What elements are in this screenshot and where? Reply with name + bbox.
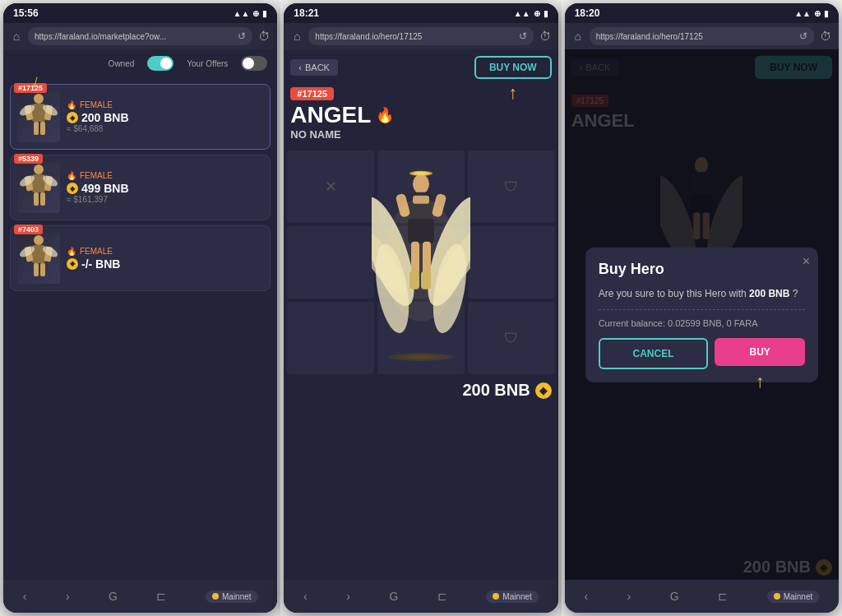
nav-forward-2[interactable]: › <box>346 590 350 603</box>
offers-tab-label: Your Offers <box>187 59 228 68</box>
tabs-row: Owned Your Offers <box>10 56 271 71</box>
browser-back-1[interactable]: ⌂ <box>8 30 25 43</box>
hero-detail-subname: NO NAME <box>290 128 551 141</box>
buy-dialog-overlay: × Buy Hero Are you sure to buy this Hero… <box>565 49 839 580</box>
hero-gender-3: 🔥 FEMALE <box>67 247 263 256</box>
svg-rect-5 <box>40 122 45 135</box>
phone2-content: ‹ BACK BUY NOW ↑ #17125 ANGEL 🔥 <box>284 49 557 580</box>
refresh-icon-2[interactable]: ↺ <box>519 30 527 42</box>
hero-info-3: 🔥 FEMALE ◈ -/- BNB <box>67 247 263 271</box>
dialog-divider <box>599 309 805 310</box>
grid-cell-3: 🛡 <box>468 151 555 223</box>
browser-history-3[interactable]: ⏱ <box>817 30 834 43</box>
hero-price-1: ◈ 200 BNB <box>67 111 263 124</box>
hero-display-area: ✕ 🛡 🛡 <box>284 147 557 377</box>
nav-bookmark-3[interactable]: ⊏ <box>718 590 728 603</box>
back-button-2[interactable]: ‹ BACK <box>290 59 338 76</box>
hero-image-3 <box>17 233 60 284</box>
nav-back-3[interactable]: ‹ <box>584 590 588 603</box>
hero-card-1[interactable]: #17125 <box>10 84 271 150</box>
nav-mainnet-3[interactable]: Mainnet <box>767 591 820 603</box>
hero-price-3: ◈ -/- BNB <box>67 257 263 271</box>
svg-point-0 <box>34 94 44 104</box>
browser-url-2[interactable]: https://faraland.io/hero/17125 ↺ <box>308 27 533 45</box>
dialog-close-button[interactable]: × <box>803 254 810 269</box>
hero-usd-2: ≈ $161,397 <box>67 195 263 204</box>
browser-url-1[interactable]: https://faraland.io/marketplace?ow... ↺ <box>28 27 252 45</box>
toggle-knob-1 <box>160 58 172 69</box>
nav-back-2[interactable]: ‹ <box>303 590 308 603</box>
status-icons-2: ▲▲⊕▮ <box>514 9 548 18</box>
nav-mainnet-1[interactable]: Mainnet <box>206 591 258 603</box>
nav-google-3[interactable]: G <box>670 590 679 603</box>
svg-point-30 <box>413 174 429 194</box>
hero-badge-2: #5339 <box>14 154 43 164</box>
price-bar-2: 200 BNB ◈ <box>284 377 557 403</box>
buy-now-button-2[interactable]: BUY NOW <box>474 56 552 79</box>
svg-point-42 <box>384 198 458 322</box>
refresh-icon-1[interactable]: ↺ <box>238 30 246 42</box>
offers-toggle[interactable] <box>241 56 267 71</box>
bottom-nav-2: ‹ › G ⊏ Mainnet <box>284 580 557 613</box>
grid-cell-1: ✕ <box>287 151 374 223</box>
hero-badge-3: #7403 <box>14 225 43 234</box>
browser-bar-2: ⌂ https://faraland.io/hero/17125 ↺ ⏱ <box>284 23 557 49</box>
refresh-icon-3[interactable]: ↺ <box>799 30 807 42</box>
angel-figure-2 <box>372 161 470 345</box>
nav-google-1[interactable]: G <box>109 590 118 603</box>
hero-usd-1: ≈ $64,688 <box>67 124 263 133</box>
hero-detail-badge: #17125 <box>290 87 334 100</box>
browser-history-1[interactable]: ⏱ <box>256 30 272 43</box>
svg-rect-21 <box>40 263 45 276</box>
nav-bookmark-2[interactable]: ⊏ <box>437 590 447 603</box>
dialog-buttons: CANCEL BUY ↑ <box>599 338 805 369</box>
nav-forward-3[interactable]: › <box>627 590 632 603</box>
owned-tab-label: Owned <box>109 59 135 68</box>
hero-card-2[interactable]: #5339 <box>10 155 271 220</box>
hero-info-2: 🔥 FEMALE ◈ 499 BNB ≈ $161,397 <box>67 171 263 204</box>
browser-back-3[interactable]: ⌂ <box>570 30 586 43</box>
arrow-buy-now: ↑ <box>508 82 517 104</box>
hero-gender-1: 🔥 FEMALE <box>67 100 263 109</box>
toggle-knob-2 <box>243 58 254 69</box>
nav-back-1[interactable]: ‹ <box>23 590 27 603</box>
buy-dialog: × Buy Hero Are you sure to buy this Hero… <box>585 248 818 382</box>
nav-bookmark-1[interactable]: ⊏ <box>156 590 166 603</box>
nav-mainnet-2[interactable]: Mainnet <box>486 591 539 603</box>
hero-card-3[interactable]: #7403 <box>10 225 271 291</box>
svg-rect-12 <box>34 192 39 206</box>
hero-image-2 <box>17 162 60 213</box>
hero-detail-name: ANGEL 🔥 <box>290 104 551 127</box>
nav-forward-1[interactable]: › <box>66 590 70 603</box>
cancel-button[interactable]: CANCEL <box>599 338 709 369</box>
mainnet-dot-1 <box>212 593 219 600</box>
nav-google-2[interactable]: G <box>389 590 398 603</box>
mainnet-dot-2 <box>493 593 499 600</box>
bnb-icon-detail-2: ◈ <box>535 382 552 399</box>
browser-url-3[interactable]: https://faraland.io/hero/17125 ↺ <box>590 27 814 45</box>
mainnet-dot-3 <box>774 593 780 600</box>
bnb-icon-3: ◈ <box>67 258 78 270</box>
svg-point-8 <box>34 164 44 174</box>
phone3-content: ‹BACK BUY NOW #17125 ANGEL <box>565 49 839 580</box>
grid-cell-7 <box>287 302 374 374</box>
browser-back-2[interactable]: ⌂ <box>289 30 305 43</box>
svg-point-16 <box>34 235 44 245</box>
bottom-nav-1: ‹ › G ⊏ Mainnet <box>3 580 277 613</box>
hero-price-2: ◈ 499 BNB <box>67 182 263 195</box>
browser-bar-3: ⌂ https://faraland.io/hero/17125 ↺ ⏱ <box>565 23 839 49</box>
svg-rect-13 <box>40 192 45 206</box>
dialog-balance: Current balance: 0.02599 BNB, 0 FARA <box>599 318 805 328</box>
svg-point-32 <box>413 172 429 175</box>
time-1: 15:56 <box>13 7 39 19</box>
hero-image-1 <box>17 91 60 142</box>
buy-button[interactable]: BUY <box>715 338 805 366</box>
browser-history-2[interactable]: ⏱ <box>537 30 553 43</box>
owned-toggle[interactable] <box>147 56 173 71</box>
hero-detail-header: ‹ BACK BUY NOW ↑ <box>284 49 557 86</box>
dialog-body: Are you sure to buy this Hero with 200 B… <box>599 286 805 301</box>
arrow-buy-button: ↑ <box>756 371 765 392</box>
hero-info-1: 🔥 FEMALE ◈ 200 BNB ≈ $64,688 <box>67 100 263 133</box>
phone1-content: Owned Your Offers ↓ #17125 <box>3 49 277 580</box>
svg-rect-20 <box>34 263 39 276</box>
